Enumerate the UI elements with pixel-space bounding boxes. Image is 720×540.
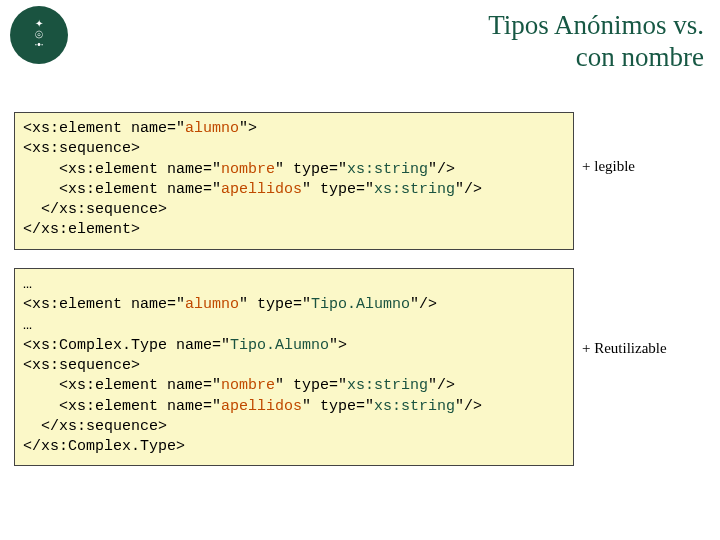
c1-l3b: nombre bbox=[221, 161, 275, 178]
code-named: … <xs:element name="alumno" type="Tipo.A… bbox=[14, 268, 574, 466]
logo-inner: ✦⦾·•· bbox=[34, 19, 43, 51]
example-anonymous-row: <xs:element name="alumno"> <xs:sequence>… bbox=[14, 112, 710, 250]
c2-l1a: <xs:element name=" bbox=[23, 296, 185, 313]
c1-l3c: " type=" bbox=[275, 161, 347, 178]
c2-l4: <xs:sequence> bbox=[23, 357, 140, 374]
c2-l5e: "/> bbox=[428, 377, 455, 394]
c2-l2: … bbox=[23, 317, 32, 334]
c1-l6: </xs:element> bbox=[23, 221, 140, 238]
c2-l5a: <xs:element name=" bbox=[23, 377, 221, 394]
c1-l4d: xs:string bbox=[374, 181, 455, 198]
c2-l3c: "> bbox=[329, 337, 347, 354]
caption-legible: + legible bbox=[582, 112, 635, 175]
c1-l4b: apellidos bbox=[221, 181, 302, 198]
c2-l6c: " type=" bbox=[302, 398, 374, 415]
title-line-2: con nombre bbox=[576, 42, 704, 72]
c2-l5b: nombre bbox=[221, 377, 275, 394]
c1-l4c: " type=" bbox=[302, 181, 374, 198]
c1-l3d: xs:string bbox=[347, 161, 428, 178]
c2-l5c: " type=" bbox=[275, 377, 347, 394]
c2-l1c: " type=" bbox=[239, 296, 311, 313]
c2-l5d: xs:string bbox=[347, 377, 428, 394]
c2-l0: … bbox=[23, 276, 32, 293]
c2-l1b: alumno bbox=[185, 296, 239, 313]
c1-l5: </xs:sequence> bbox=[23, 201, 167, 218]
c2-l1d: Tipo.Alumno bbox=[311, 296, 410, 313]
c1-l1c: "> bbox=[239, 120, 257, 137]
c1-l1b: alumno bbox=[185, 120, 239, 137]
c1-l1a: <xs:element name=" bbox=[23, 120, 185, 137]
c2-l8: </xs:Complex.Type> bbox=[23, 438, 185, 455]
caption-reutilizable: + Reutilizable bbox=[582, 268, 667, 357]
c1-l3a: <xs:element name=" bbox=[23, 161, 221, 178]
c2-l3a: <xs:Complex.Type name=" bbox=[23, 337, 230, 354]
c2-l6a: <xs:element name=" bbox=[23, 398, 221, 415]
title-line-1: Tipos Anónimos vs. bbox=[488, 10, 704, 40]
c2-l3b: Tipo.Alumno bbox=[230, 337, 329, 354]
c1-l4a: <xs:element name=" bbox=[23, 181, 221, 198]
example-named-row: … <xs:element name="alumno" type="Tipo.A… bbox=[14, 268, 710, 466]
c2-l6d: xs:string bbox=[374, 398, 455, 415]
code-anonymous: <xs:element name="alumno"> <xs:sequence>… bbox=[14, 112, 574, 250]
c1-l3e: "/> bbox=[428, 161, 455, 178]
c1-l4e: "/> bbox=[455, 181, 482, 198]
university-logo: ✦⦾·•· bbox=[10, 6, 68, 64]
slide-title: Tipos Anónimos vs. con nombre bbox=[488, 10, 704, 74]
c2-l7: </xs:sequence> bbox=[23, 418, 167, 435]
c1-l2: <xs:sequence> bbox=[23, 140, 140, 157]
c2-l6b: apellidos bbox=[221, 398, 302, 415]
c2-l1e: "/> bbox=[410, 296, 437, 313]
c2-l6e: "/> bbox=[455, 398, 482, 415]
